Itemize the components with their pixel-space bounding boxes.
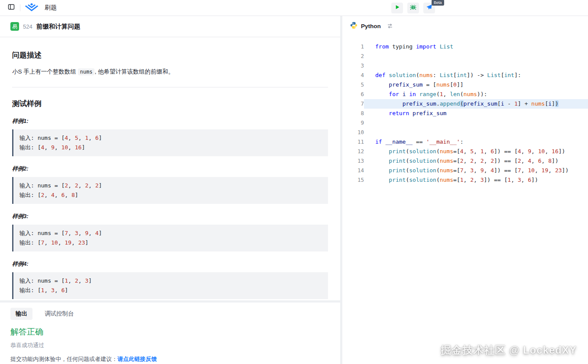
inline-code-nums: nums <box>78 68 95 75</box>
code-line[interactable]: 13 print(solution(nums=[2, 2, 2, 2]) == … <box>342 156 588 166</box>
editor-header: Python <box>342 16 588 36</box>
line-number: 4 <box>342 71 364 80</box>
line-number: 3 <box>342 61 364 71</box>
code-line-text: print(solution(nums=[4, 5, 1, 6]) == [4,… <box>364 147 588 156</box>
sample-input-row: 输入: nums = [2, 2, 2, 2] <box>19 181 322 190</box>
sample-label: 样例4: <box>12 260 328 268</box>
sample-output-row: 输出: [4, 9, 10, 16] <box>19 143 322 152</box>
samples-heading: 测试样例 <box>12 99 328 109</box>
sidebar-toggle-button[interactable] <box>5 2 17 13</box>
beta-badge: Beta <box>432 0 444 6</box>
result-message: 恭喜成功通过 <box>10 341 330 349</box>
panel-left-icon <box>8 3 15 12</box>
sample-label: 样例3: <box>12 213 328 220</box>
sample-io-block: 输入: nums = [2, 2, 2, 2]输出: [2, 4, 6, 8] <box>12 177 328 204</box>
sample-output-row: 输出: [1, 3, 6] <box>19 286 322 295</box>
code-line[interactable]: 3 <box>342 61 588 71</box>
sample-label: 样例1: <box>12 117 328 125</box>
line-number: 1 <box>342 42 364 52</box>
code-line-text: print(solution(nums=[7, 3, 9, 4]) == [7,… <box>364 166 588 175</box>
problem-description: 小S 手上有一个整数数组 nums, 他希望计算该数组的前缀和。 <box>12 67 328 77</box>
code-line-text: def solution(nums: List[int]) -> List[in… <box>364 71 588 80</box>
code-line-text: for i in range(1, len(nums)): <box>364 90 588 99</box>
sample-input-row: 输入: nums = [1, 2, 3] <box>19 276 322 286</box>
sample-label: 样例2: <box>12 165 328 173</box>
python-logo-icon <box>350 22 357 31</box>
juejin-logo-icon[interactable] <box>25 3 39 13</box>
code-area[interactable]: 1from typing import List234def solution(… <box>342 36 588 364</box>
line-number: 13 <box>342 156 364 166</box>
play-icon <box>394 4 400 12</box>
problem-title: 前缀和计算问题 <box>36 23 81 31</box>
editor-action-buttons: Beta <box>391 3 435 13</box>
feedback-link[interactable]: 请点此链接反馈 <box>117 356 157 362</box>
problem-panel: 易 524 前缀和计算问题 问题描述 小S 手上有一个整数数组 nums, 他希… <box>0 16 340 300</box>
output-tabs: 输出调试控制台 <box>10 308 330 320</box>
tab-debug-console[interactable]: 调试控制台 <box>39 308 79 320</box>
problem-id: 524 <box>23 23 32 30</box>
code-line[interactable]: 2 <box>342 52 588 61</box>
result-status: 解答正确 <box>10 326 330 338</box>
code-line[interactable]: 5 prefix_sum = [nums[0]] <box>342 80 588 90</box>
line-number: 14 <box>342 166 364 175</box>
code-line-text: return prefix_sum <box>364 109 588 118</box>
line-number: 7 <box>342 99 364 109</box>
code-line[interactable]: 11if __name__ == '__main__': <box>342 137 588 147</box>
code-line-text <box>364 128 588 137</box>
code-line[interactable]: 15 print(solution(nums=[1, 2, 3]) == [1,… <box>342 175 588 185</box>
app-title: 刷题 <box>45 4 57 12</box>
code-line[interactable]: 12 print(solution(nums=[4, 5, 1, 6]) == … <box>342 147 588 156</box>
code-line[interactable]: 9 <box>342 118 588 128</box>
code-line[interactable]: 6 for i in range(1, len(nums)): <box>342 90 588 99</box>
section-divider <box>12 87 328 87</box>
code-line-text: print(solution(nums=[1, 2, 3]) == [1, 3,… <box>364 175 588 185</box>
code-line-text: prefix_sum = [nums[0]] <box>364 80 588 90</box>
topbar: 刷题 <box>0 0 588 16</box>
tab-output[interactable]: 输出 <box>10 308 32 320</box>
problem-body: 问题描述 小S 手上有一个整数数组 nums, 他希望计算该数组的前缀和。 测试… <box>0 37 340 300</box>
sample-input-row: 输入: nums = [4, 5, 1, 6] <box>19 133 322 143</box>
line-number: 11 <box>342 137 364 147</box>
bug-icon <box>410 4 416 12</box>
sample-io-block: 输入: nums = [1, 2, 3]输出: [1, 3, 6] <box>12 272 328 299</box>
line-number: 10 <box>342 128 364 137</box>
line-number: 2 <box>342 52 364 61</box>
sample-output-row: 输出: [2, 4, 6, 8] <box>19 190 322 200</box>
output-panel: 输出调试控制台 解答正确 恭喜成功通过 提交功能内测体验中，任何问题或者建议：请… <box>0 303 340 364</box>
code-line[interactable]: 7 prefix_sum.append(prefix_sum[i - 1] + … <box>342 99 588 109</box>
language-label: Python <box>361 23 381 29</box>
code-line[interactable]: 8 return prefix_sum <box>342 109 588 118</box>
code-line-text <box>364 118 588 128</box>
line-number: 8 <box>342 109 364 118</box>
code-line-text: prefix_sum.append(prefix_sum[i - 1] + nu… <box>364 99 588 109</box>
line-number: 5 <box>342 80 364 90</box>
description-text: 小S 手上有一个整数数组 <box>12 68 78 75</box>
sample-input-row: 输入: nums = [7, 3, 9, 4] <box>19 229 322 238</box>
line-number: 12 <box>342 147 364 156</box>
code-line-text: print(solution(nums=[2, 2, 2, 2]) == [2,… <box>364 156 588 166</box>
description-text: , 他希望计算该数组的前缀和。 <box>94 68 174 75</box>
problem-header: 易 524 前缀和计算问题 <box>0 16 340 37</box>
code-line[interactable]: 1from typing import List <box>342 42 588 52</box>
feedback-text: 提交功能内测体验中，任何问题或者建议： <box>10 356 117 362</box>
sample-io-block: 输入: nums = [4, 5, 1, 6]输出: [4, 9, 10, 16… <box>12 129 328 156</box>
run-button[interactable] <box>391 3 403 13</box>
sample-io-block: 输入: nums = [7, 3, 9, 4]输出: [7, 10, 19, 2… <box>12 225 328 251</box>
submit-button[interactable]: Beta <box>423 3 435 13</box>
sample-output-row: 输出: [7, 10, 19, 23] <box>19 238 322 248</box>
topbar-divider <box>20 4 20 11</box>
code-line-text: if __name__ == '__main__': <box>364 137 588 147</box>
debug-button[interactable] <box>407 3 419 13</box>
samples-list: 样例1:输入: nums = [4, 5, 1, 6]输出: [4, 9, 10… <box>12 117 328 299</box>
code-editor-panel: Python 1from typing import List234def so… <box>342 16 588 364</box>
language-switch-icon[interactable] <box>387 23 393 29</box>
code-line[interactable]: 14 print(solution(nums=[7, 3, 9, 4]) == … <box>342 166 588 175</box>
line-number: 15 <box>342 175 364 185</box>
code-line[interactable]: 4def solution(nums: List[int]) -> List[i… <box>342 71 588 80</box>
code-line-text <box>364 61 588 71</box>
line-number: 9 <box>342 118 364 128</box>
left-column: 易 524 前缀和计算问题 问题描述 小S 手上有一个整数数组 nums, 他希… <box>0 16 340 364</box>
code-line[interactable]: 10 <box>342 128 588 137</box>
description-heading: 问题描述 <box>12 50 328 60</box>
difficulty-badge: 易 <box>10 22 19 31</box>
